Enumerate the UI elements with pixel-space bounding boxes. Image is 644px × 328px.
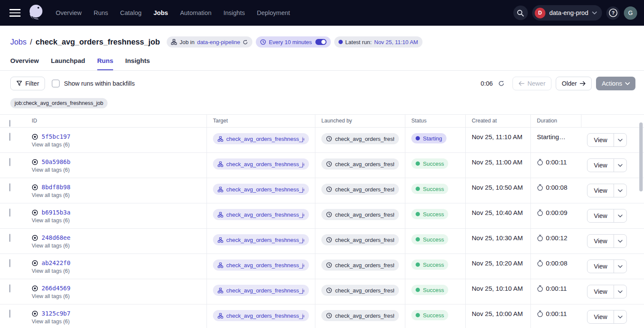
- view-dropdown-button[interactable]: [614, 159, 626, 172]
- view-cell: View: [581, 304, 644, 328]
- run-id-link[interactable]: b6915b3a: [42, 209, 70, 216]
- view-button[interactable]: View: [587, 134, 614, 146]
- target-chip[interactable]: check_avg_orders_freshness_job: [213, 209, 309, 220]
- view-all-tags-link[interactable]: View all tags (6): [32, 142, 201, 148]
- target-chip[interactable]: check_avg_orders_freshness_job: [213, 310, 309, 321]
- view-button[interactable]: View: [587, 159, 614, 172]
- tab-insights[interactable]: Insights: [125, 57, 150, 70]
- column-header-duration: Duration: [530, 115, 581, 127]
- select-all-checkbox[interactable]: [9, 120, 10, 127]
- newer-button[interactable]: Newer: [512, 77, 551, 90]
- view-all-tags-link[interactable]: View all tags (6): [32, 167, 201, 173]
- nav-item-deployment[interactable]: Deployment: [257, 9, 290, 16]
- row-checkbox[interactable]: [9, 183, 10, 191]
- row-checkbox[interactable]: [9, 158, 10, 166]
- view-all-tags-link[interactable]: View all tags (6): [32, 192, 201, 198]
- table-row: 3125c9b7 View all tags (6) check_avg_ord…: [0, 304, 644, 328]
- scrollbar-thumb[interactable]: [639, 122, 643, 191]
- nav-item-catalog[interactable]: Catalog: [120, 9, 141, 16]
- run-id-link[interactable]: 8bdf8b98: [42, 184, 70, 191]
- view-dropdown-button[interactable]: [614, 285, 626, 298]
- job-graph-icon: [218, 136, 223, 142]
- target-chip[interactable]: check_avg_orders_freshness_job: [213, 133, 309, 144]
- help-button[interactable]: ?: [606, 6, 620, 20]
- workspace-switcher[interactable]: D data-eng-prod: [532, 5, 602, 21]
- target-chip[interactable]: check_avg_orders_freshness_job: [213, 158, 309, 170]
- view-all-tags-link[interactable]: View all tags (6): [32, 319, 201, 325]
- view-dropdown-button[interactable]: [614, 235, 626, 247]
- row-checkbox[interactable]: [9, 234, 10, 242]
- latest-run-link[interactable]: Nov 25, 11:10 AM: [374, 39, 418, 45]
- vertical-scrollbar[interactable]: [638, 115, 644, 328]
- launched-by-chip[interactable]: check_avg_orders_freshn…: [321, 285, 399, 296]
- row-checkbox[interactable]: [9, 310, 10, 318]
- tab-runs[interactable]: Runs: [97, 57, 114, 70]
- view-dropdown-button[interactable]: [614, 134, 626, 146]
- tab-overview[interactable]: Overview: [10, 57, 39, 70]
- run-id-cell: 8bdf8b98 View all tags (6): [26, 178, 207, 203]
- view-button[interactable]: View: [587, 184, 614, 197]
- launched-by-chip[interactable]: check_avg_orders_freshn…: [321, 133, 399, 144]
- row-checkbox[interactable]: [9, 209, 10, 217]
- launched-by-chip[interactable]: check_avg_orders_freshn…: [321, 310, 399, 321]
- run-id-link[interactable]: 248d68ee: [42, 234, 70, 241]
- view-all-tags-link[interactable]: View all tags (6): [32, 243, 201, 249]
- row-checkbox[interactable]: [9, 284, 10, 292]
- user-avatar[interactable]: G: [624, 6, 637, 20]
- nav-item-automation[interactable]: Automation: [180, 9, 211, 16]
- launched-by-chip[interactable]: check_avg_orders_freshn…: [321, 184, 399, 195]
- view-all-tags-link[interactable]: View all tags (6): [32, 218, 201, 224]
- run-id-link[interactable]: 50a5986b: [42, 158, 70, 165]
- nav-item-jobs[interactable]: Jobs: [153, 9, 168, 16]
- breadcrumb-jobs-link[interactable]: Jobs: [10, 38, 27, 47]
- backfills-checkbox[interactable]: [52, 80, 60, 87]
- view-all-tags-link[interactable]: View all tags (6): [32, 293, 201, 299]
- nav-item-overview[interactable]: Overview: [56, 9, 81, 16]
- nav-item-runs[interactable]: Runs: [93, 9, 108, 16]
- actions-button[interactable]: Actions: [596, 77, 635, 90]
- target-chip[interactable]: check_avg_orders_freshness_job: [213, 234, 309, 245]
- created-at-cell: Nov 25, 10:10 AM: [465, 279, 530, 304]
- created-at-cell: Nov 25, 11:10 AM: [465, 128, 530, 152]
- job-location-link[interactable]: data-eng-pipeline: [197, 39, 240, 45]
- launched-by-chip[interactable]: check_avg_orders_freshn…: [321, 209, 399, 220]
- view-split-button: View: [587, 234, 627, 248]
- run-id-link[interactable]: 5f5bc197: [42, 133, 70, 140]
- hamburger-menu-icon[interactable]: [9, 9, 21, 17]
- nav-item-insights[interactable]: Insights: [223, 9, 245, 16]
- target-chip[interactable]: check_avg_orders_freshness_job: [213, 285, 309, 296]
- status-badge: Success: [411, 209, 448, 219]
- view-button[interactable]: View: [587, 285, 614, 298]
- view-button[interactable]: View: [587, 310, 614, 323]
- refresh-icon[interactable]: [498, 80, 505, 87]
- view-dropdown-button[interactable]: [614, 209, 626, 222]
- target-chip[interactable]: check_avg_orders_freshness_job: [213, 184, 309, 195]
- target-chip[interactable]: check_avg_orders_freshness_job: [213, 259, 309, 271]
- view-button[interactable]: View: [587, 209, 614, 222]
- row-checkbox[interactable]: [9, 259, 10, 267]
- dagster-logo-icon[interactable]: [27, 3, 45, 23]
- launched-by-chip[interactable]: check_avg_orders_freshn…: [321, 234, 399, 245]
- older-button[interactable]: Older: [556, 77, 592, 90]
- view-all-tags-link[interactable]: View all tags (6): [32, 268, 201, 274]
- job-filter-tag[interactable]: job:check_avg_orders_freshness_job: [10, 98, 108, 108]
- view-button[interactable]: View: [587, 235, 614, 247]
- search-button[interactable]: [513, 6, 528, 20]
- view-button[interactable]: View: [587, 260, 614, 273]
- launched-by-chip[interactable]: check_avg_orders_freshn…: [321, 259, 399, 271]
- tab-launchpad[interactable]: Launchpad: [51, 57, 85, 70]
- row-checkbox[interactable]: [9, 133, 10, 141]
- launched-by-chip[interactable]: check_avg_orders_freshn…: [321, 158, 399, 170]
- run-id-link[interactable]: 3125c9b7: [42, 310, 70, 317]
- run-id-link[interactable]: 266d4569: [42, 285, 70, 292]
- run-target-icon: [32, 209, 38, 216]
- view-dropdown-button[interactable]: [614, 310, 626, 323]
- view-dropdown-button[interactable]: [614, 260, 626, 273]
- run-id-link[interactable]: ab2422f0: [42, 259, 70, 266]
- backfills-checkbox-label[interactable]: Show runs within backfills: [64, 80, 135, 87]
- view-dropdown-button[interactable]: [614, 184, 626, 197]
- reload-icon[interactable]: [243, 39, 248, 45]
- filter-button[interactable]: Filter: [10, 77, 45, 90]
- schedule-toggle[interactable]: [315, 39, 326, 45]
- view-split-button: View: [587, 158, 627, 172]
